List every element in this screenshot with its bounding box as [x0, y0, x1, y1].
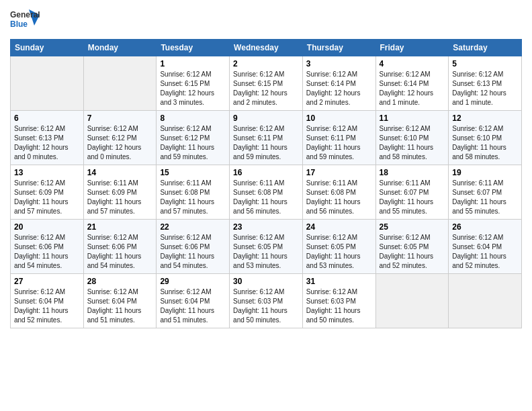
- day-number: 6: [14, 113, 80, 123]
- day-number: 9: [233, 113, 299, 123]
- day-cell: 20Sunrise: 6:12 AM Sunset: 6:06 PM Dayli…: [11, 220, 84, 274]
- day-info: Sunrise: 6:12 AM Sunset: 6:09 PM Dayligh…: [14, 179, 80, 216]
- day-info: Sunrise: 6:12 AM Sunset: 6:05 PM Dayligh…: [233, 233, 299, 271]
- day-info: Sunrise: 6:12 AM Sunset: 6:13 PM Dayligh…: [452, 70, 518, 107]
- week-row-4: 20Sunrise: 6:12 AM Sunset: 6:06 PM Dayli…: [11, 220, 522, 274]
- day-info: Sunrise: 6:11 AM Sunset: 6:08 PM Dayligh…: [233, 179, 299, 216]
- col-header-tuesday: Tuesday: [157, 40, 230, 56]
- day-number: 12: [452, 113, 518, 123]
- day-cell: 5Sunrise: 6:12 AM Sunset: 6:13 PM Daylig…: [449, 56, 522, 111]
- col-header-sunday: Sunday: [11, 40, 84, 56]
- day-number: 7: [87, 113, 153, 123]
- day-number: 27: [14, 277, 80, 286]
- col-header-monday: Monday: [83, 40, 157, 56]
- day-info: Sunrise: 6:12 AM Sunset: 6:12 PM Dayligh…: [87, 124, 153, 162]
- day-cell: [11, 56, 84, 111]
- day-number: 11: [380, 113, 445, 123]
- day-cell: 10Sunrise: 6:12 AM Sunset: 6:11 PM Dayli…: [302, 111, 375, 165]
- day-cell: 24Sunrise: 6:12 AM Sunset: 6:05 PM Dayli…: [302, 220, 375, 274]
- header-row: SundayMondayTuesdayWednesdayThursdayFrid…: [11, 40, 522, 56]
- day-number: 1: [160, 59, 226, 68]
- day-number: 23: [233, 222, 299, 232]
- logo-svg: GeneralBlue: [10, 7, 40, 34]
- svg-text:Blue: Blue: [10, 19, 28, 29]
- day-number: 30: [233, 277, 299, 286]
- col-header-thursday: Thursday: [302, 40, 375, 56]
- day-cell: 14Sunrise: 6:11 AM Sunset: 6:09 PM Dayli…: [83, 165, 157, 220]
- day-info: Sunrise: 6:12 AM Sunset: 6:05 PM Dayligh…: [306, 233, 372, 271]
- day-number: 15: [160, 168, 226, 177]
- day-cell: 1Sunrise: 6:12 AM Sunset: 6:15 PM Daylig…: [157, 56, 230, 111]
- day-cell: 18Sunrise: 6:11 AM Sunset: 6:07 PM Dayli…: [375, 165, 449, 220]
- day-number: 19: [452, 168, 518, 177]
- day-number: 14: [87, 168, 153, 177]
- week-row-3: 13Sunrise: 6:12 AM Sunset: 6:09 PM Dayli…: [11, 165, 522, 220]
- day-cell: 16Sunrise: 6:11 AM Sunset: 6:08 PM Dayli…: [230, 165, 303, 220]
- day-cell: 21Sunrise: 6:12 AM Sunset: 6:06 PM Dayli…: [83, 220, 157, 274]
- day-info: Sunrise: 6:11 AM Sunset: 6:07 PM Dayligh…: [452, 179, 518, 216]
- day-info: Sunrise: 6:12 AM Sunset: 6:10 PM Dayligh…: [380, 124, 445, 162]
- day-number: 13: [14, 168, 80, 177]
- day-cell: 7Sunrise: 6:12 AM Sunset: 6:12 PM Daylig…: [83, 111, 157, 165]
- day-info: Sunrise: 6:11 AM Sunset: 6:08 PM Dayligh…: [306, 179, 372, 216]
- day-number: 26: [452, 222, 518, 232]
- day-number: 22: [160, 222, 226, 232]
- day-info: Sunrise: 6:12 AM Sunset: 6:06 PM Dayligh…: [160, 233, 226, 271]
- day-cell: 11Sunrise: 6:12 AM Sunset: 6:10 PM Dayli…: [375, 111, 449, 165]
- day-number: 24: [306, 222, 372, 232]
- day-info: Sunrise: 6:12 AM Sunset: 6:13 PM Dayligh…: [14, 124, 80, 162]
- day-number: 17: [306, 168, 372, 177]
- day-number: 2: [233, 59, 299, 68]
- col-header-friday: Friday: [375, 40, 449, 56]
- day-cell: 29Sunrise: 6:12 AM Sunset: 6:04 PM Dayli…: [157, 274, 230, 328]
- day-info: Sunrise: 6:11 AM Sunset: 6:08 PM Dayligh…: [160, 179, 226, 216]
- day-info: Sunrise: 6:12 AM Sunset: 6:11 PM Dayligh…: [306, 124, 372, 162]
- day-cell: 8Sunrise: 6:12 AM Sunset: 6:12 PM Daylig…: [157, 111, 230, 165]
- logo: GeneralBlue: [10, 7, 40, 34]
- day-number: 31: [306, 277, 372, 286]
- col-header-wednesday: Wednesday: [230, 40, 303, 56]
- day-info: Sunrise: 6:12 AM Sunset: 6:11 PM Dayligh…: [233, 124, 299, 162]
- day-number: 18: [380, 168, 445, 177]
- day-info: Sunrise: 6:12 AM Sunset: 6:15 PM Dayligh…: [160, 70, 226, 107]
- day-cell: [449, 274, 522, 328]
- week-row-5: 27Sunrise: 6:12 AM Sunset: 6:04 PM Dayli…: [11, 274, 522, 328]
- day-cell: 22Sunrise: 6:12 AM Sunset: 6:06 PM Dayli…: [157, 220, 230, 274]
- day-cell: 15Sunrise: 6:11 AM Sunset: 6:08 PM Dayli…: [157, 165, 230, 220]
- day-cell: 23Sunrise: 6:12 AM Sunset: 6:05 PM Dayli…: [230, 220, 303, 274]
- header: GeneralBlue: [10, 7, 522, 34]
- day-info: Sunrise: 6:12 AM Sunset: 6:06 PM Dayligh…: [14, 233, 80, 271]
- week-row-2: 6Sunrise: 6:12 AM Sunset: 6:13 PM Daylig…: [11, 111, 522, 165]
- day-cell: [375, 274, 449, 328]
- day-number: 20: [14, 222, 80, 232]
- day-info: Sunrise: 6:12 AM Sunset: 6:12 PM Dayligh…: [160, 124, 226, 162]
- day-cell: 31Sunrise: 6:12 AM Sunset: 6:03 PM Dayli…: [302, 274, 375, 328]
- day-info: Sunrise: 6:12 AM Sunset: 6:14 PM Dayligh…: [380, 70, 445, 107]
- day-number: 25: [380, 222, 445, 232]
- day-cell: 13Sunrise: 6:12 AM Sunset: 6:09 PM Dayli…: [11, 165, 84, 220]
- day-cell: [83, 56, 157, 111]
- week-row-1: 1Sunrise: 6:12 AM Sunset: 6:15 PM Daylig…: [11, 56, 522, 111]
- day-number: 4: [380, 59, 445, 68]
- col-header-saturday: Saturday: [449, 40, 522, 56]
- day-info: Sunrise: 6:12 AM Sunset: 6:05 PM Dayligh…: [380, 233, 445, 271]
- day-info: Sunrise: 6:12 AM Sunset: 6:04 PM Dayligh…: [452, 233, 518, 271]
- day-number: 16: [233, 168, 299, 177]
- day-cell: 3Sunrise: 6:12 AM Sunset: 6:14 PM Daylig…: [302, 56, 375, 111]
- day-number: 28: [87, 277, 153, 286]
- day-number: 5: [452, 59, 518, 68]
- day-cell: 17Sunrise: 6:11 AM Sunset: 6:08 PM Dayli…: [302, 165, 375, 220]
- day-cell: 30Sunrise: 6:12 AM Sunset: 6:03 PM Dayli…: [230, 274, 303, 328]
- day-number: 3: [306, 59, 372, 68]
- day-number: 8: [160, 113, 226, 123]
- day-cell: 28Sunrise: 6:12 AM Sunset: 6:04 PM Dayli…: [83, 274, 157, 328]
- day-cell: 6Sunrise: 6:12 AM Sunset: 6:13 PM Daylig…: [11, 111, 84, 165]
- day-cell: 4Sunrise: 6:12 AM Sunset: 6:14 PM Daylig…: [375, 56, 449, 111]
- svg-text:General: General: [10, 10, 40, 19]
- day-info: Sunrise: 6:12 AM Sunset: 6:04 PM Dayligh…: [87, 287, 153, 325]
- day-info: Sunrise: 6:11 AM Sunset: 6:07 PM Dayligh…: [380, 179, 445, 216]
- day-info: Sunrise: 6:12 AM Sunset: 6:04 PM Dayligh…: [160, 287, 226, 325]
- day-cell: 27Sunrise: 6:12 AM Sunset: 6:04 PM Dayli…: [11, 274, 84, 328]
- day-info: Sunrise: 6:12 AM Sunset: 6:10 PM Dayligh…: [452, 124, 518, 162]
- day-number: 29: [160, 277, 226, 286]
